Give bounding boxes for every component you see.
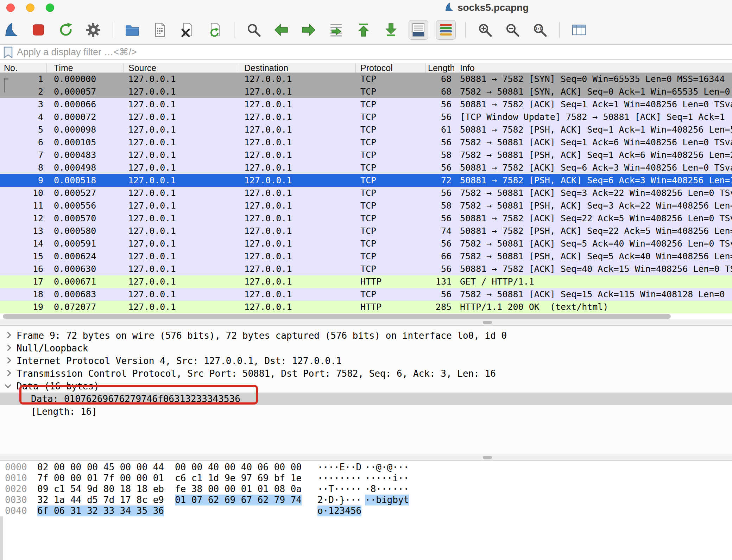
packet-row-2[interactable]: 20.000057127.0.0.1127.0.0.1TCP687582 → 5… [0, 85, 732, 98]
toolbar-stop-capture-button[interactable] [29, 20, 48, 40]
packet-length-cell: 56 [426, 111, 454, 123]
toolbar-auto-scroll-button[interactable] [409, 20, 428, 40]
toolbar-find-packet-button[interactable] [244, 20, 264, 40]
hex-row-0010[interactable]: 00107f 00 00 01 7f 00 00 01c6 c1 1d 9e 9… [0, 473, 732, 484]
packet-source-cell: 127.0.0.1 [124, 85, 239, 98]
toolbar-go-back-button[interactable] [271, 20, 291, 40]
packet-row-6[interactable]: 60.000105127.0.0.1127.0.0.1TCP567582 → 5… [0, 136, 732, 149]
packet-row-14[interactable]: 140.000591127.0.0.1127.0.0.1TCP567582 → … [0, 237, 732, 250]
detail-row-2[interactable]: Internet Protocol Version 4, Src: 127.0.… [0, 355, 732, 367]
packet-destination-cell: 127.0.0.1 [239, 161, 356, 174]
column-header-no[interactable]: No. [0, 63, 47, 72]
packet-time-cell: 0.000518 [47, 174, 124, 187]
left-scrollbar[interactable] [0, 516, 3, 560]
detail-text: [Length: 16] [31, 405, 97, 418]
find-packet-icon [246, 22, 261, 38]
toolbar-resize-columns-button[interactable] [569, 20, 589, 40]
close-button[interactable] [6, 4, 15, 12]
toolbar-start-capture-button[interactable] [1, 20, 21, 40]
packet-row-16[interactable]: 160.000630127.0.0.1127.0.0.1TCP5650881 →… [0, 263, 732, 275]
packet-info-cell: HTTP/1.1 200 OK (text/html) [454, 301, 732, 313]
packet-info-cell: 7582 → 50881 [ACK] Seq=5 Ack=40 Win=4082… [454, 237, 732, 250]
packet-info-cell: 50881 → 7582 [ACK] Seq=22 Ack=5 Win=4082… [454, 212, 732, 225]
hex-row-0000[interactable]: 000002 00 00 00 45 00 00 4400 00 40 00 4… [0, 462, 732, 473]
packet-time-cell: 0.000580 [47, 225, 124, 237]
splitter-list-details[interactable] [0, 319, 732, 326]
packet-row-19[interactable]: 190.072077127.0.0.1127.0.0.1HTTP285HTTP/… [0, 301, 732, 313]
packet-source-cell: 127.0.0.1 [124, 111, 239, 123]
packet-time-cell: 0.000057 [47, 85, 124, 98]
expander-down-icon[interactable] [5, 382, 11, 388]
toolbar-go-forward-button[interactable] [299, 20, 318, 40]
column-header-source[interactable]: Source [124, 63, 239, 72]
packet-length-cell: 56 [426, 187, 454, 199]
hex-ascii: ········ [317, 473, 361, 484]
column-header-time[interactable]: Time [47, 63, 124, 72]
display-filter-input[interactable] [17, 47, 732, 58]
packet-time-cell: 0.000098 [47, 123, 124, 136]
toolbar-save-file-button[interactable] [150, 20, 170, 40]
packet-row-5[interactable]: 50.000098127.0.0.1127.0.0.1TCP6150881 → … [0, 123, 732, 136]
toolbar-restart-capture-button[interactable] [56, 20, 76, 40]
packet-destination-cell: 127.0.0.1 [239, 288, 356, 301]
packet-time-cell: 0.000483 [47, 149, 124, 161]
toolbar-zoom-out-button[interactable] [503, 20, 522, 40]
packet-row-13[interactable]: 130.000580127.0.0.1127.0.0.1TCP7450881 →… [0, 225, 732, 237]
horizontal-scrollbar[interactable] [3, 314, 671, 319]
hex-row-0030[interactable]: 003032 1a 44 d5 7d 17 8c e901 07 62 69 6… [0, 495, 732, 505]
packet-row-15[interactable]: 150.000624127.0.0.1127.0.0.1TCP667582 → … [0, 250, 732, 263]
packet-row-3[interactable]: 30.000066127.0.0.1127.0.0.1TCP5650881 → … [0, 98, 732, 111]
minimize-button[interactable] [26, 4, 34, 12]
packet-row-4[interactable]: 40.000072127.0.0.1127.0.0.1TCP56[TCP Win… [0, 111, 732, 123]
bookmark-icon[interactable] [3, 46, 13, 58]
packet-row-17[interactable]: 170.000671127.0.0.1127.0.0.1HTTP131GET /… [0, 275, 732, 288]
toolbar-go-last-button[interactable] [381, 20, 401, 40]
packet-time-cell: 0.000498 [47, 161, 124, 174]
toolbar-zoom-in-button[interactable] [475, 20, 495, 40]
column-header-protocol[interactable]: Protocol [356, 63, 426, 72]
splitter-handle[interactable] [483, 321, 492, 324]
auto-scroll-icon [411, 22, 426, 38]
column-header-length[interactable]: Length [426, 63, 454, 72]
toolbar-go-to-packet-button[interactable] [326, 20, 346, 40]
column-header-info[interactable]: Info [454, 63, 732, 72]
packet-row-12[interactable]: 120.000570127.0.0.1127.0.0.1TCP5650881 →… [0, 212, 732, 225]
packet-row-9[interactable]: 90.000518127.0.0.1127.0.0.1TCP7250881 → … [0, 174, 732, 187]
detail-row-1[interactable]: Null/Loopback [0, 342, 732, 355]
packet-row-10[interactable]: 100.000527127.0.0.1127.0.0.1TCP567582 → … [0, 187, 732, 199]
packet-protocol-cell: TCP [356, 174, 426, 187]
packet-row-1[interactable]: 10.000000127.0.0.1127.0.0.1TCP6850881 → … [0, 73, 732, 85]
toolbar-colorize-button[interactable] [436, 20, 456, 40]
detail-row-4[interactable]: Data (16 bytes) [0, 380, 732, 393]
splitter-handle[interactable] [483, 456, 492, 459]
detail-row-6[interactable]: [Length: 16] [0, 405, 732, 418]
detail-rows: Frame 9: 72 bytes on wire (576 bits), 72… [0, 329, 732, 418]
toolbar-go-first-button[interactable] [354, 20, 373, 40]
hex-row-0040[interactable]: 00406f 06 31 32 33 34 35 36o·123456 [0, 505, 732, 516]
packet-destination-cell: 127.0.0.1 [239, 250, 356, 263]
zoom-button[interactable] [46, 4, 54, 12]
detail-row-0[interactable]: Frame 9: 72 bytes on wire (576 bits), 72… [0, 329, 732, 342]
toolbar-open-file-button[interactable] [122, 20, 142, 40]
packet-destination-cell: 127.0.0.1 [239, 263, 356, 275]
packet-row-18[interactable]: 180.000683127.0.0.1127.0.0.1TCP567582 → … [0, 288, 732, 301]
splitter-details-bytes[interactable] [0, 454, 732, 461]
expander-right-icon[interactable] [5, 344, 11, 351]
window-title: socks5.pcapng [458, 2, 529, 13]
detail-row-5[interactable]: Data: 01076269676279746f06313233343536 [0, 393, 732, 405]
expander-right-icon[interactable] [5, 332, 11, 338]
packet-row-7[interactable]: 70.000483127.0.0.1127.0.0.1TCP587582 → 5… [0, 149, 732, 161]
packet-row-11[interactable]: 110.000556127.0.0.1127.0.0.1TCP587582 → … [0, 199, 732, 212]
packet-no-cell: 6 [0, 136, 47, 149]
toolbar-capture-options-button[interactable] [83, 20, 103, 40]
expander-right-icon[interactable] [5, 357, 11, 363]
expander-right-icon[interactable] [5, 370, 11, 376]
toolbar-reload-file-button[interactable] [205, 20, 225, 40]
toolbar-close-file-button[interactable] [177, 20, 197, 40]
hex-row-0020[interactable]: 002009 c1 54 9d 80 18 18 ebfe 38 00 00 0… [0, 484, 732, 495]
column-header-destination[interactable]: Destination [239, 63, 356, 72]
packet-row-8[interactable]: 80.000498127.0.0.1127.0.0.1TCP5650881 → … [0, 161, 732, 174]
packet-no-cell: 10 [0, 187, 47, 199]
toolbar-zoom-original-button[interactable]: 1:1 [530, 20, 550, 40]
detail-row-3[interactable]: Transmission Control Protocol, Src Port:… [0, 367, 732, 380]
